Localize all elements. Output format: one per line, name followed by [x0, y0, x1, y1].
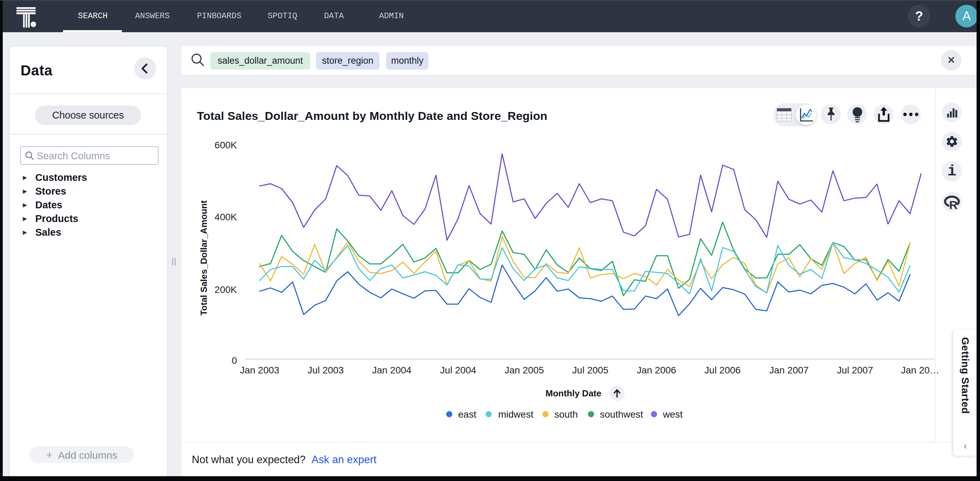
svg-text:200K: 200K	[215, 284, 237, 295]
svg-text:Jan 2004: Jan 2004	[372, 365, 411, 376]
svg-text:Jul 2007: Jul 2007	[837, 365, 873, 376]
svg-text:Jan 2006: Jan 2006	[636, 365, 676, 376]
svg-text:600K: 600K	[215, 140, 237, 150]
svg-text:Jan 20…: Jan 20…	[901, 365, 939, 376]
svg-text:Jul 2006: Jul 2006	[704, 365, 741, 376]
svg-text:Jan 2003: Jan 2003	[240, 365, 279, 376]
svg-text:400K: 400K	[215, 212, 237, 222]
svg-text:Jul 2003: Jul 2003	[307, 365, 344, 376]
svg-text:Jan 2007: Jan 2007	[769, 365, 808, 376]
svg-text:Jul 2004: Jul 2004	[440, 365, 476, 376]
svg-text:0: 0	[231, 355, 237, 366]
svg-text:Jan 2005: Jan 2005	[504, 365, 544, 376]
svg-text:Total Sales_Dollar_Amount: Total Sales_Dollar_Amount	[199, 201, 209, 315]
svg-text:Jul 2005: Jul 2005	[572, 365, 608, 376]
